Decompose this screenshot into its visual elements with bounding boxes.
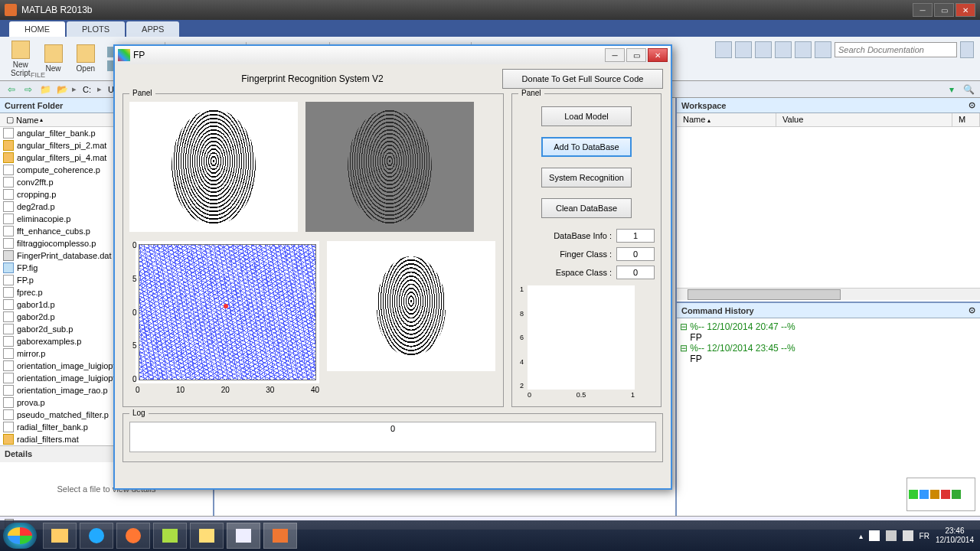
fp-maximize-button[interactable]: ▭ [626, 48, 646, 62]
open-button[interactable]: Open [72, 43, 100, 74]
shortcut-icon[interactable] [715, 41, 732, 58]
tray-net-icon[interactable] [886, 530, 897, 541]
file-name: orientation_image_rao.p [17, 386, 108, 395]
tray-expand-icon[interactable]: ▴ [859, 532, 863, 540]
undo-icon[interactable] [735, 41, 752, 58]
cmdhist-menu-icon[interactable]: ⊙ [969, 305, 975, 315]
tray-green2-icon [952, 490, 961, 499]
system-tray: ▴ FR 23:46 12/10/2014 [859, 527, 977, 545]
add-to-database-button[interactable]: Add To DataBase [541, 137, 632, 157]
path-c[interactable]: C: [80, 85, 94, 94]
dbinfo-field[interactable] [616, 229, 655, 243]
log-fieldset: Log 0 [122, 413, 663, 462]
history-line[interactable]: FP [680, 332, 977, 343]
tab-home[interactable]: HOME [9, 21, 65, 37]
fingerprint-processed [305, 102, 474, 232]
taskbar-app1[interactable] [153, 523, 187, 549]
finger-class-field[interactable] [616, 247, 655, 261]
fp-minimize-button[interactable]: ─ [605, 48, 625, 62]
file-icon [3, 287, 14, 298]
donate-button[interactable]: Donate To Get Full Source Code [502, 69, 663, 89]
history-line[interactable]: ⊟ %-- 12/10/2014 20:47 --% [680, 321, 977, 332]
file-name: prova.p [17, 398, 45, 407]
log-textarea[interactable]: 0 [129, 422, 656, 452]
file-name: orientation_image_luigiopt... [17, 373, 122, 383]
command-history-panel: Command History ⊙ ⊟ %-- 12/10/2014 20:47… [677, 302, 980, 516]
taskbar-matlab[interactable] [263, 523, 297, 549]
matlab-icon [5, 4, 17, 16]
file-icon [3, 189, 14, 200]
new-button[interactable]: New [40, 43, 67, 74]
file-icon [3, 311, 14, 322]
file-name: radial_filter_bank.p [17, 422, 88, 432]
fp-close-button[interactable]: ✕ [648, 48, 668, 62]
windows-taskbar: ▴ FR 23:46 12/10/2014 [0, 520, 980, 551]
file-icon [3, 214, 14, 224]
minimize-button[interactable]: ─ [913, 3, 933, 17]
file-icon [3, 152, 14, 163]
copy-icon[interactable] [775, 41, 792, 58]
nav-history-icon[interactable]: 📂 [55, 83, 69, 96]
file-name: compute_coherence.p [17, 165, 100, 174]
file-icon [3, 262, 14, 273]
file-icon [3, 324, 14, 334]
taskbar-app2[interactable] [190, 523, 224, 549]
tray-clock[interactable]: 23:46 12/10/2014 [936, 527, 974, 545]
clean-database-button[interactable]: Clean DataBase [541, 198, 632, 218]
help-shortcut-icon[interactable] [815, 41, 831, 58]
tray-lang[interactable]: FR [920, 532, 929, 540]
paste-icon[interactable] [795, 41, 812, 58]
workspace-columns[interactable]: Name ▴ Value M [677, 113, 980, 127]
tab-apps[interactable]: APPS [126, 21, 179, 37]
cut-icon[interactable] [755, 41, 772, 58]
command-history-body[interactable]: ⊟ %-- 12/10/2014 20:47 --% FP⊟ %-- 12/10… [677, 318, 980, 516]
file-icon [3, 201, 14, 212]
tray-flag-icon[interactable] [869, 530, 880, 541]
history-line[interactable]: FP [680, 354, 977, 364]
fp-titlebar[interactable]: FP ─ ▭ ✕ [115, 46, 671, 64]
file-name: orientation_image_luigiopt... [17, 361, 122, 370]
file-icon [3, 348, 14, 359]
file-icon [3, 165, 14, 175]
tab-plots[interactable]: PLOTS [67, 21, 125, 37]
taskbar-browser[interactable] [80, 523, 113, 549]
start-button[interactable] [3, 523, 37, 549]
workspace-panel: Workspace ⊙ Name ▴ Value M [677, 98, 980, 302]
nav-up-icon[interactable]: 📁 [38, 83, 52, 96]
workspace-menu-icon[interactable]: ⊙ [969, 100, 975, 110]
os-titlebar: MATLAB R2013b ─ ▭ ✕ [0, 0, 980, 20]
fingerprint-core [327, 241, 495, 371]
file-icon [3, 434, 14, 445]
tray-vol-icon[interactable] [903, 530, 913, 541]
nav-back-icon[interactable]: ⇦ [5, 83, 18, 96]
taskbar-explorer[interactable] [43, 523, 77, 549]
load-model-button[interactable]: Load Model [541, 106, 632, 126]
path-dropdown-icon[interactable]: ▾ [945, 83, 959, 96]
file-icon [3, 238, 14, 249]
path-search-icon[interactable]: 🔍 [962, 83, 975, 96]
history-line[interactable]: ⊟ %-- 12/10/2014 23:45 --% [680, 343, 977, 354]
file-icon [3, 336, 14, 347]
file-icon [3, 360, 14, 371]
file-name: angular_filters_pi_4.mat [17, 153, 106, 162]
system-recognition-button[interactable]: System Recognition [541, 168, 632, 187]
file-icon [3, 275, 14, 285]
nav-fwd-icon[interactable]: ⇨ [21, 83, 35, 96]
file-name: filtraggiocomplesso.p [17, 239, 96, 248]
file-name: fprec.p [17, 288, 43, 297]
search-input[interactable] [835, 42, 957, 57]
espace-class-field[interactable] [616, 266, 655, 279]
right-panel-fieldset: Panel Load Model Add To DataBase System … [511, 93, 662, 407]
tray-green-icon [909, 490, 918, 499]
taskbar-app3[interactable] [227, 523, 260, 549]
file-name: eliminacopie.p [17, 214, 70, 223]
file-icon [3, 128, 14, 139]
file-name: angular_filters_pi_2.mat [17, 141, 106, 150]
workspace-hscroll[interactable] [677, 288, 980, 300]
search-go-icon[interactable] [960, 41, 974, 58]
close-button[interactable]: ✕ [956, 3, 975, 17]
taskbar-firefox[interactable] [116, 523, 150, 549]
notification-tray [906, 478, 975, 511]
file-icon [3, 397, 14, 408]
maximize-button[interactable]: ▭ [934, 3, 954, 17]
